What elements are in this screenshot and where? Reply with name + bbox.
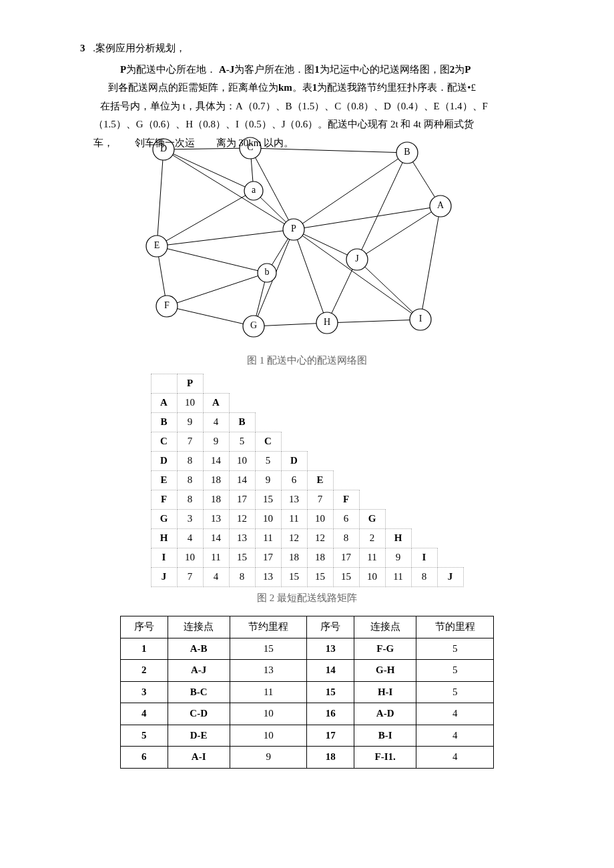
matrix-cell: 9	[177, 412, 203, 432]
matrix-cell: 4	[203, 567, 229, 586]
seq-cell: 10	[230, 725, 307, 747]
matrix-cell: G	[359, 509, 385, 528]
matrix-cell: C	[151, 432, 177, 451]
matrix-cell: 15	[229, 548, 255, 567]
seq-cell: 13	[230, 660, 307, 682]
p1d: 为客户所在池．图	[234, 64, 314, 75]
svg-line-18	[164, 149, 254, 191]
savings-table: 序号连接点节约里程序号连接点节的里程1A-B1513F-G52A-J1314G-…	[120, 616, 494, 769]
matrix-cell: 9	[255, 470, 281, 490]
matrix-cell: 8	[177, 490, 203, 509]
p2b: km	[278, 82, 292, 93]
seq-cell: A-B	[168, 638, 230, 660]
matrix-cell: 10	[177, 548, 203, 567]
matrix-cell: 8	[411, 567, 437, 586]
seq-cell: B-I	[354, 725, 416, 747]
matrix-cell: 12	[281, 528, 307, 548]
p1b: 为配送中心所在地．	[126, 64, 216, 75]
node-F: F	[156, 296, 178, 317]
section-title: .案例应用分析规划，	[93, 43, 186, 53]
matrix-cell: 10	[307, 509, 333, 528]
matrix-cell: 5	[229, 432, 255, 451]
seq-cell: 11	[230, 681, 307, 703]
svg-line-23	[167, 306, 254, 326]
seq-cell: 6	[121, 747, 168, 769]
svg-text:E: E	[154, 240, 160, 250]
matrix-cell: 12	[307, 528, 333, 548]
matrix-cell: 7	[307, 490, 333, 509]
p2c: 。表	[292, 82, 312, 93]
seq-header-cell: 节约里程	[230, 616, 307, 638]
paragraph-5: 车， 刢车辆一次运 离为 30km 以内。	[93, 135, 534, 152]
node-a: a	[244, 181, 263, 200]
matrix-cell: 11	[203, 548, 229, 567]
seq-cell: 9	[230, 747, 307, 769]
seq-cell: G-H	[354, 660, 416, 682]
matrix-cell: B	[151, 412, 177, 432]
matrix-cell: B	[229, 412, 255, 432]
svg-line-27	[327, 320, 420, 323]
p1f: 为圮运中心的圮送网络图，图	[320, 64, 450, 75]
svg-line-8	[294, 230, 327, 323]
matrix-cell: E	[151, 470, 177, 490]
matrix-cell: 13	[281, 490, 307, 509]
seq-cell: 10	[230, 703, 307, 725]
svg-line-29	[357, 260, 420, 320]
matrix-cell: 6	[333, 509, 359, 528]
matrix-cell: 15	[333, 567, 359, 586]
seq-cell: F-I1.	[354, 747, 416, 769]
matrix-cell: 9	[385, 548, 411, 567]
svg-text:I: I	[419, 314, 422, 324]
matrix-cell: 11	[281, 509, 307, 528]
matrix-cell: 10	[359, 567, 385, 586]
matrix-cell: 9	[203, 432, 229, 451]
seq-cell: 3	[121, 681, 168, 703]
matrix-cell: 8	[333, 528, 359, 548]
seq-header-cell: 节的里程	[416, 616, 494, 638]
matrix-cell: 18	[307, 548, 333, 567]
seq-header-cell: 连接点	[354, 616, 416, 638]
seq-header-cell: 序号	[121, 616, 168, 638]
p1e: 1	[314, 64, 320, 75]
node-A: A	[430, 195, 451, 217]
svg-text:A: A	[437, 200, 444, 210]
node-G: G	[243, 316, 264, 337]
seq-cell: C-D	[168, 703, 230, 725]
svg-text:H: H	[324, 317, 330, 327]
svg-line-22	[157, 246, 267, 273]
matrix-cell: C	[255, 432, 281, 451]
matrix-cell: H	[151, 528, 177, 548]
p5b: 刢车辆一次运	[135, 137, 195, 148]
matrix-cell: J	[151, 567, 177, 586]
svg-line-3	[164, 149, 294, 230]
seq-cell: 4	[416, 703, 494, 725]
matrix-cell: 6	[281, 470, 307, 490]
node-J: J	[346, 249, 368, 270]
matrix-cell: 17	[333, 548, 359, 567]
matrix-cell: 17	[229, 490, 255, 509]
p2e: 为配送我路节约里狂扑序表．配送•£	[317, 82, 476, 93]
matrix-cell: 11	[359, 548, 385, 567]
seq-cell: 18	[307, 747, 354, 769]
matrix-cell: 14	[203, 451, 229, 470]
matrix-cell: 18	[203, 490, 229, 509]
matrix-cell: 5	[255, 451, 281, 470]
matrix-cell: 14	[203, 528, 229, 548]
p2a: 到各配送网点的距需矩阵，距离单位为	[108, 82, 278, 93]
matrix-cell: 3	[177, 509, 203, 528]
figure-2-caption: 图 2 最短配送线路矩阵	[80, 590, 534, 607]
seq-cell: H-I	[354, 681, 416, 703]
matrix-cell: I	[411, 548, 437, 567]
p1i: P	[465, 64, 471, 75]
matrix-cell: 4	[177, 528, 203, 548]
matrix-cell: 17	[255, 548, 281, 567]
matrix-cell: I	[151, 548, 177, 567]
seq-cell: 14	[307, 660, 354, 682]
svg-line-1	[294, 153, 407, 230]
seq-cell: D-E	[168, 725, 230, 747]
svg-line-5	[157, 230, 294, 246]
matrix-cell: 13	[255, 567, 281, 586]
seq-header-cell: 序号	[307, 616, 354, 638]
seq-cell: 5	[416, 638, 494, 660]
section-number: 3	[80, 43, 85, 53]
